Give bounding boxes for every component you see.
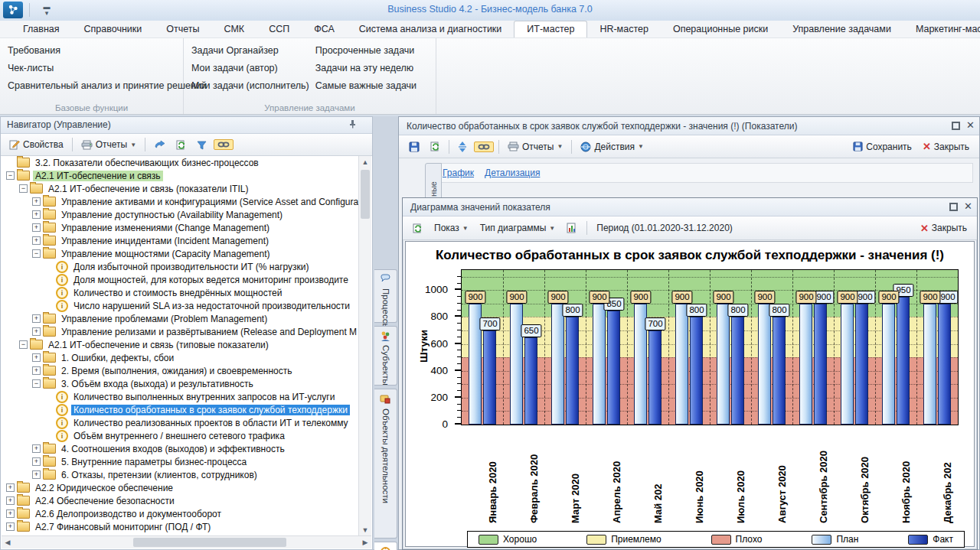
tree-row[interactable]: iОбъём внутреннего / внешнего сетевого т… [2,429,359,442]
tree-row[interactable]: +Управление релизами и развёртыванием (R… [2,325,359,338]
link-sync-button[interactable] [214,139,234,150]
tree-row[interactable]: +A2.7 Финансовый мониторинг (ПОД / ФТ) [2,520,359,533]
ribbon-tab-ссп[interactable]: ССП [256,21,302,37]
collapse-icon[interactable]: − [19,184,28,193]
side-tab-объекты-деятельности[interactable]: Объекты деятельности [374,389,397,539]
tree-row[interactable]: iКоличество обработанных в срок заявок с… [2,403,359,416]
close-button[interactable]: ✕ Закрыть [916,221,971,236]
maximize-icon[interactable] [952,122,960,130]
ribbon-tab-управление-задачами[interactable]: Управление задачами [780,21,903,37]
expand-icon[interactable]: + [32,444,41,453]
ribbon-item[interactable]: Мои задачи (автор) [191,63,309,73]
ribbon-tab-операционные-риски[interactable]: Операционные риски [661,21,780,37]
tree-row[interactable]: iЧисло нарушений SLA из-за недостаточной… [2,299,359,312]
side-tab-процессы[interactable]: Процессы [374,269,397,323]
tree-row[interactable]: +5. Внутренние параметры бизнес-процесса [2,455,359,468]
close-icon[interactable]: ✕ [966,120,975,131]
tree-row[interactable]: iКоличество выполненных внутренних запро… [2,390,359,403]
expand-icon[interactable]: + [6,509,15,518]
tree-row[interactable]: +Управление инцидентами (Incident Manage… [2,234,359,247]
scroll-left-icon[interactable]: ◀ [2,536,14,548]
collapse-icon[interactable]: − [19,340,28,349]
expand-icon[interactable]: + [32,223,41,232]
ribbon-item[interactable]: Сравнительный анализ и принятие решений [8,80,207,91]
expand-icon[interactable]: + [32,353,41,362]
link-sync-button[interactable] [474,142,494,152]
tree-row[interactable]: +A2.6 Делопроизводство и документооборот [2,507,359,520]
reports-dropdown[interactable]: Отчеты▼ [504,140,567,154]
save-icon-button[interactable] [405,140,423,154]
ribbon-tab-главная[interactable]: Главная [11,21,72,37]
close-icon[interactable]: ✕ [964,201,972,212]
side-tab-субъекты[interactable]: Субъекты [374,326,397,386]
tree-row[interactable]: +Управление изменениями (Change Manageme… [2,221,359,234]
tree-vertical-scrollbar[interactable]: ▲ ▼ [358,156,371,536]
tree-horizontal-scrollbar[interactable]: ◀ ▶ [2,535,371,548]
scroll-thumb[interactable] [133,538,286,547]
expand-icon[interactable]: + [6,496,15,505]
tree-row[interactable]: −3. Объём входа (выхода) и результативно… [2,377,359,390]
tree-row[interactable]: +1. Ошибки, дефекты, сбои [2,351,359,364]
ribbon-item[interactable]: Чек-листы [8,63,207,73]
filter-button[interactable] [193,138,211,151]
show-dropdown[interactable]: Показ▼ [430,221,472,235]
ribbon-tab-смк[interactable]: СМК [212,21,257,37]
ribbon-item[interactable]: Самые важные задачи [315,80,416,91]
close-button[interactable]: ✕ Закрыть [919,139,973,154]
tree-row[interactable]: +A2.2 Юридическое обеспечение [2,481,359,494]
ribbon-item[interactable]: Требования [8,45,207,56]
view-link-детализация[interactable]: Детализация [485,168,540,178]
expand-icon[interactable]: + [32,236,41,245]
tree-row[interactable]: iКоличество и стоимость внедрённых мощно… [2,286,359,299]
collapse-icon[interactable]: − [32,249,41,258]
tree-row[interactable]: +A2.4 Обеспечение безопасности [2,494,359,507]
tree-row[interactable]: iДоля избыточной производительности ИТ (… [2,260,359,273]
pin-icon[interactable] [348,119,357,129]
split-view-button[interactable] [454,140,471,154]
go-to-button[interactable] [150,138,169,151]
ribbon-item[interactable]: Мои задачи (исполнитель) [191,80,309,91]
scroll-up-icon[interactable]: ▲ [359,156,371,168]
properties-button[interactable]: Свойства [5,138,67,151]
tree-row[interactable]: +4. Соотношения входов (выходов) и эффек… [2,442,359,455]
expand-icon[interactable]: + [32,457,41,466]
collapse-icon[interactable]: − [6,171,15,180]
maximize-icon[interactable] [949,203,958,211]
view-link-график[interactable]: График [443,168,474,178]
scroll-thumb[interactable] [361,170,370,219]
ribbon-tab-отчеты[interactable]: Отчеты [154,21,211,37]
ribbon-item[interactable]: Задачи Органайзер [191,45,309,56]
expand-icon[interactable]: + [32,327,41,336]
ribbon-tab-маркетинг-мастер[interactable]: Маркетинг-мастер [903,21,980,37]
tree-row[interactable]: +6. Отказы, претензии (клиентов, сотрудн… [2,468,359,481]
expand-icon[interactable]: + [32,314,41,323]
tree-row[interactable]: +Управление доступностью (Availability M… [2,208,359,221]
tree-row[interactable]: iКоличество реализованных проектов в обл… [2,416,359,429]
expand-icon[interactable]: + [32,470,41,479]
ribbon-item[interactable]: Задачи на эту неделю [315,63,416,73]
tree-row[interactable]: −A2.1 ИТ-обеспечение и связь (показатели… [2,182,359,195]
side-tab-управление[interactable]: Управление [374,542,397,550]
actions-dropdown[interactable]: Действия▼ [577,140,648,154]
expand-icon[interactable]: + [32,197,41,206]
ribbon-tab-фса[interactable]: ФСА [302,21,347,37]
ribbon-item[interactable]: Просроченные задачи [315,45,416,56]
tree-row[interactable]: −A2.1 ИТ-обеспечение и связь (типовые по… [2,338,359,351]
expand-icon[interactable]: + [6,522,15,531]
period-button[interactable]: Период (01.01.2020-31.12.2020) [593,221,737,235]
scroll-down-icon[interactable]: ▼ [359,524,371,536]
tree-row[interactable]: 3.2. Показатели обеспечивающих бизнес-пр… [2,156,359,169]
tree-row[interactable]: +Управление активами и конфигурациями (S… [2,195,359,208]
tree-row[interactable]: +Управление проблемами (Problem Manageme… [2,312,359,325]
tree-row[interactable]: −Управление мощностями (Capacity Managem… [2,247,359,260]
expand-icon[interactable]: + [32,366,41,375]
collapse-icon[interactable]: − [32,379,41,388]
reports-button[interactable]: Отчеты▼ [77,138,140,151]
scroll-right-icon[interactable]: ▶ [359,536,371,548]
ribbon-tab-справочники[interactable]: Справочники [72,21,155,37]
expand-icon[interactable]: + [32,210,41,219]
expand-icon[interactable]: + [6,483,15,492]
ribbon-tab-система-анализа-и-диагностики[interactable]: Система анализа и диагностики [347,21,514,37]
refresh-button[interactable] [426,140,444,153]
refresh-button[interactable] [172,138,190,151]
